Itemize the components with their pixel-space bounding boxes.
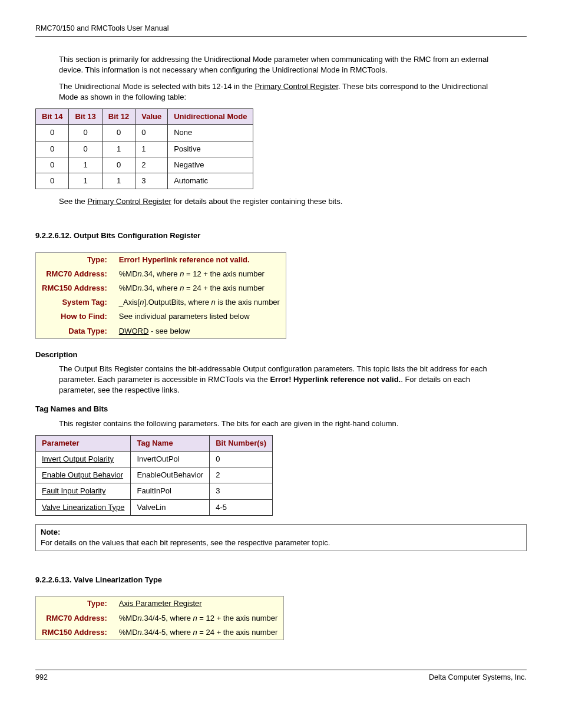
cell: 2 — [210, 467, 273, 483]
label-type: Type: — [36, 253, 113, 267]
label-rmc150: RMC150 Address: — [36, 281, 113, 295]
table-row: Fault Input Polarity FaultInPol 3 — [36, 483, 273, 499]
col-bit14: Bit 14 — [36, 109, 69, 125]
section-heading-output-bits: 9.2.2.6.12. Output Bits Configuration Re… — [35, 230, 503, 241]
label-how-to-find: How to Find: — [36, 309, 113, 324]
note-box: Note: For details on the values that eac… — [35, 524, 527, 551]
text: n — [138, 284, 142, 292]
text: for details about the register containin… — [171, 197, 343, 206]
unidirectional-mode-table: Bit 14 Bit 13 Bit 12 Value Unidirectiona… — [35, 108, 253, 189]
cell: 0 — [36, 173, 69, 189]
text: %MD — [119, 269, 138, 278]
note-text: For details on the values that each bit … — [41, 538, 330, 547]
text: .34, where — [142, 284, 180, 292]
cell: 1 — [135, 141, 168, 157]
cell: 1 — [69, 157, 102, 173]
cell: 1 — [102, 173, 135, 189]
note-label: Note: — [41, 528, 60, 536]
table-row: 0 0 0 0 None — [36, 125, 253, 141]
cell: 0 — [102, 125, 135, 141]
cell: FaultInPol — [131, 483, 210, 499]
text: = 24 + the axis number — [184, 284, 265, 292]
text: n — [193, 628, 197, 637]
company-name: Delta Computer Systems, Inc. — [429, 673, 527, 683]
parameter-link[interactable]: Valve Linearization Type — [36, 499, 131, 515]
value-type: Error! Hyperlink reference not valid. — [113, 253, 286, 267]
table-row: Valve Linearization Type ValveLin 4-5 — [36, 499, 273, 515]
text: n — [138, 628, 142, 637]
text: %MD — [119, 284, 138, 292]
cell: 1 — [69, 173, 102, 189]
text: %MD — [119, 614, 138, 622]
col-value: Value — [135, 109, 168, 125]
label-rmc70: RMC70 Address: — [36, 611, 113, 625]
cell: 0 — [210, 452, 273, 467]
parameter-link[interactable]: Enable Output Behavior — [36, 467, 131, 483]
text: .34/4-5, where — [142, 614, 193, 622]
text: ].OutputBits, where — [144, 298, 211, 307]
cell: 3 — [135, 173, 168, 189]
dword-link[interactable]: DWORD — [119, 327, 149, 335]
cell: EnableOutBehavior — [131, 467, 210, 483]
value-how-to-find: See individual parameters listed below — [113, 309, 286, 324]
primary-control-register-link[interactable]: Primary Control Register — [254, 82, 338, 91]
col-bit12: Bit 12 — [102, 109, 135, 125]
label-rmc70: RMC70 Address: — [36, 267, 113, 281]
label-data-type: Data Type: — [36, 324, 113, 338]
cell: Positive — [168, 141, 253, 157]
page-footer: 992 Delta Computer Systems, Inc. — [35, 670, 527, 683]
table-row: Invert Output Polarity InvertOutPol 0 — [36, 452, 273, 467]
text: .34, where — [142, 269, 180, 278]
axis-parameter-register-link[interactable]: Axis Parameter Register — [119, 599, 202, 608]
value-type: Axis Parameter Register — [113, 597, 284, 611]
primary-control-register-link[interactable]: Primary Control Register — [87, 197, 171, 206]
text: n — [138, 614, 142, 622]
text: %MD — [119, 628, 138, 637]
cell: 3 — [210, 483, 273, 499]
table-row: 0 1 1 3 Automatic — [36, 173, 253, 189]
text: = 12 + the axis number — [197, 614, 278, 622]
value-rmc70: %MDn.34, where n = 12 + the axis number — [113, 267, 286, 281]
section-heading-valve-lin: 9.2.2.6.13. Valve Linearization Type — [35, 575, 503, 585]
value-rmc150: %MDn.34, where n = 24 + the axis number — [113, 281, 286, 295]
col-tag-name: Tag Name — [131, 435, 210, 451]
intro-paragraph-1: This section is primarily for addressing… — [59, 54, 503, 75]
tags-heading: Tag Names and Bits — [35, 404, 503, 414]
col-parameter: Parameter — [36, 435, 131, 451]
cell: 0 — [69, 125, 102, 141]
description-heading: Description — [35, 350, 503, 360]
error-text: Error! Hyperlink reference not valid. — [270, 375, 401, 384]
intro-paragraph-2: The Unidirectional Mode is selected with… — [59, 81, 503, 103]
cell: 2 — [135, 157, 168, 173]
text: n — [211, 298, 216, 307]
text: Invert Output Polarity — [42, 454, 114, 463]
cell: 0 — [36, 157, 69, 173]
description-text: The Output Bits Register contains the bi… — [59, 364, 503, 396]
text: .34/4-5, where — [142, 628, 193, 637]
text: = 24 + the axis number — [197, 628, 278, 637]
value-rmc150: %MDn.34/4-5, where n = 24 + the axis num… — [113, 625, 284, 640]
cell: 0 — [102, 157, 135, 173]
cell: Negative — [168, 157, 253, 173]
valve-lin-infobox: Type: Axis Parameter Register RMC70 Addr… — [35, 596, 284, 640]
cell: None — [168, 125, 253, 141]
col-bit13: Bit 13 — [69, 109, 102, 125]
value-rmc70: %MDn.34/4-5, where n = 12 + the axis num… — [113, 611, 284, 625]
page-number: 992 — [35, 673, 48, 683]
output-bits-infobox: Type: Error! Hyperlink reference not val… — [35, 252, 286, 339]
page-header: RMC70/150 and RMCTools User Manual — [35, 24, 527, 37]
table-row: Enable Output Behavior EnableOutBehavior… — [36, 467, 273, 483]
parameter-link[interactable]: Fault Input Polarity — [36, 483, 131, 499]
parameter-link[interactable]: Invert Output Polarity — [36, 452, 131, 467]
cell: 1 — [102, 141, 135, 157]
text: n — [138, 269, 142, 278]
cell: 0 — [36, 141, 69, 157]
col-mode: Unidirectional Mode — [168, 109, 253, 125]
text: See the — [59, 197, 87, 206]
cell: InvertOutPol — [131, 452, 210, 467]
cell: 0 — [69, 141, 102, 157]
table-row: 0 0 1 1 Positive — [36, 141, 253, 157]
table-row: 0 1 0 2 Negative — [36, 157, 253, 173]
text: Enable Output Behavior — [42, 470, 123, 479]
text: Valve Linearization Type — [42, 503, 124, 512]
